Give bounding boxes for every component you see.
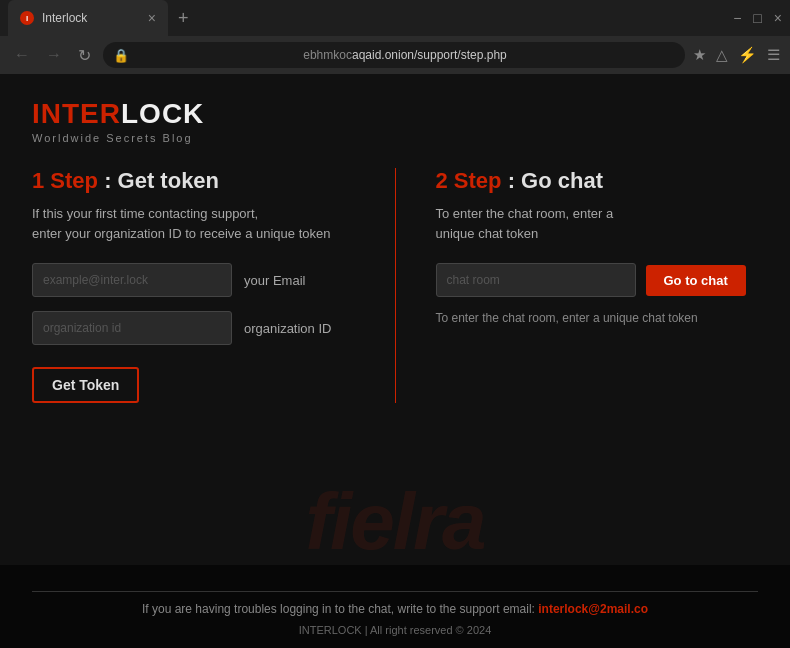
- org-input[interactable]: [32, 311, 232, 345]
- footer-copyright: INTERLOCK | All right reserved © 2024: [32, 624, 758, 636]
- steps-container: 1 Step : Get token If this your first ti…: [32, 168, 758, 403]
- chat-note: To enter the chat room, enter a unique c…: [436, 309, 759, 327]
- bookmark-icon[interactable]: ★: [693, 46, 706, 64]
- forward-button[interactable]: →: [42, 44, 66, 66]
- get-token-button[interactable]: Get Token: [32, 367, 139, 403]
- email-input[interactable]: [32, 263, 232, 297]
- nav-icons: ★ △ ⚡ ☰: [693, 46, 780, 64]
- step1-number: 1 Step: [32, 168, 98, 193]
- footer-separator: [32, 591, 758, 592]
- step2-heading-rest: : Go chat: [502, 168, 603, 193]
- tab-bar: I Interlock × + − □ ×: [0, 0, 790, 36]
- tab-title: Interlock: [42, 11, 140, 25]
- footer: If you are having troubles logging in to…: [0, 565, 790, 648]
- active-tab[interactable]: I Interlock ×: [8, 0, 168, 36]
- logo-tagline: Worldwide Secrets Blog: [32, 132, 758, 144]
- email-form-row: your Email: [32, 263, 355, 297]
- chat-form-row: Go to chat: [436, 263, 759, 297]
- address-domain: ebhmkoc: [303, 48, 352, 62]
- lock-icon: 🔒: [113, 48, 129, 63]
- support-email: interlock@2mail.co: [538, 602, 648, 616]
- org-label: organization ID: [244, 321, 331, 336]
- logo-inter: INTER: [32, 98, 121, 129]
- page-content: fielra INTERLOCK Worldwide Secrets Blog …: [0, 74, 790, 648]
- shield-icon[interactable]: △: [716, 46, 728, 64]
- step1-column: 1 Step : Get token If this your first ti…: [32, 168, 396, 403]
- nav-bar: ← → ↻ 🔒 ebhmkoc ​aqaid.onion/support/ste…: [0, 36, 790, 74]
- step2-column: 2 Step : Go chat To enter the chat room,…: [396, 168, 759, 403]
- logo-lock: LOCK: [121, 98, 204, 129]
- watermark: fielra: [0, 476, 790, 568]
- chat-room-input[interactable]: [436, 263, 636, 297]
- step2-heading: 2 Step : Go chat: [436, 168, 759, 194]
- new-tab-button[interactable]: +: [172, 8, 195, 29]
- address-path: ​aqaid.onion/support/step.php: [352, 48, 507, 62]
- step1-heading-rest: : Get token: [98, 168, 219, 193]
- close-window-button[interactable]: ×: [774, 10, 782, 26]
- logo-area: INTERLOCK Worldwide Secrets Blog: [32, 98, 758, 144]
- refresh-button[interactable]: ↻: [74, 44, 95, 67]
- org-form-row: organization ID: [32, 311, 355, 345]
- step2-description: To enter the chat room, enter a unique c…: [436, 204, 759, 243]
- go-to-chat-button[interactable]: Go to chat: [646, 265, 746, 296]
- address-bar[interactable]: 🔒 ebhmkoc ​aqaid.onion/support/step.php: [103, 42, 685, 68]
- tab-close-button[interactable]: ×: [148, 10, 156, 26]
- minimize-button[interactable]: −: [733, 10, 741, 26]
- logo: INTERLOCK: [32, 98, 758, 130]
- step1-description: If this your first time contacting suppo…: [32, 204, 355, 243]
- address-text: ebhmkoc ​aqaid.onion/support/step.php: [135, 48, 675, 62]
- extensions-icon[interactable]: ⚡: [738, 46, 757, 64]
- tab-favicon: I: [20, 11, 34, 25]
- footer-trouble-text: If you are having troubles logging in to…: [32, 602, 758, 616]
- maximize-button[interactable]: □: [753, 10, 761, 26]
- page-inner: INTERLOCK Worldwide Secrets Blog 1 Step …: [0, 74, 790, 427]
- window-controls: − □ ×: [733, 10, 782, 26]
- step2-number: 2 Step: [436, 168, 502, 193]
- back-button[interactable]: ←: [10, 44, 34, 66]
- step1-heading: 1 Step : Get token: [32, 168, 355, 194]
- email-label: your Email: [244, 273, 305, 288]
- menu-icon[interactable]: ☰: [767, 46, 780, 64]
- browser-chrome: I Interlock × + − □ × ← → ↻ 🔒 ebhmkoc ​a…: [0, 0, 790, 74]
